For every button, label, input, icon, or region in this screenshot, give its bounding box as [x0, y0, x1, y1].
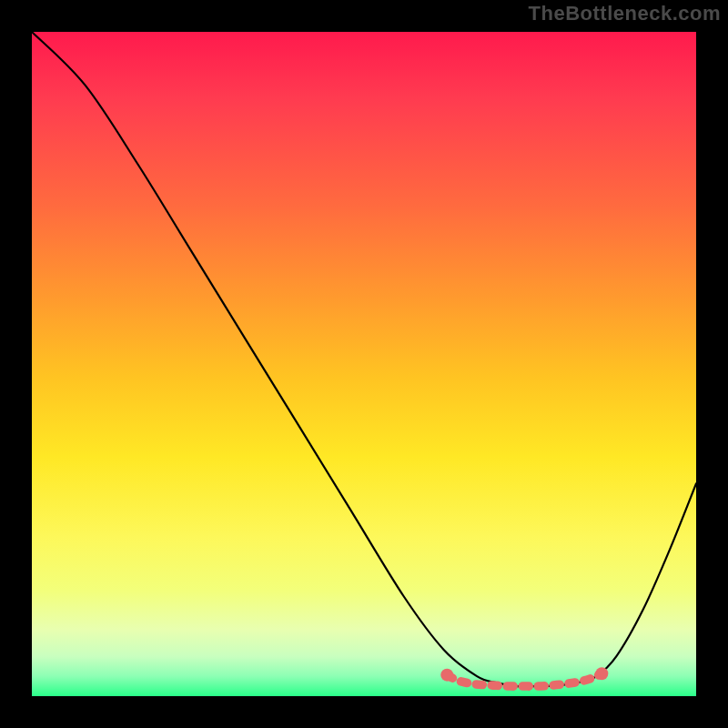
plot-area	[32, 32, 696, 696]
marker-band	[447, 673, 602, 686]
bottleneck-curve	[32, 32, 696, 686]
watermark-text: TheBottleneck.com	[529, 2, 721, 25]
curve-layer	[32, 32, 696, 696]
chart-frame: TheBottleneck.com	[0, 0, 728, 728]
flat-region-markers	[440, 667, 608, 686]
